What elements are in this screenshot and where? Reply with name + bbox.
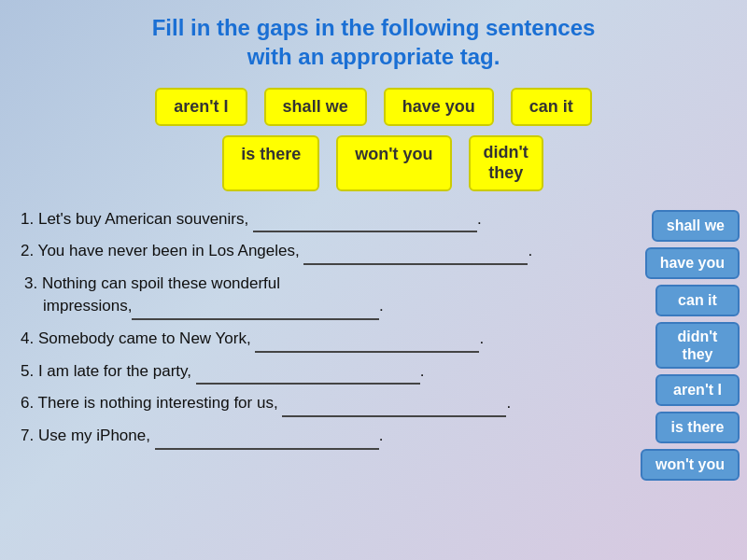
sentence-1-num: 1. — [21, 210, 34, 228]
sentence-4-blank — [255, 328, 479, 353]
sentence-7-text: Use my iPhone, — [38, 427, 150, 444]
answer-didnt-they: didn'tthey — [655, 322, 740, 369]
sentence-1-blank — [253, 208, 477, 233]
tags-row-2: is there won't you didn'tthey — [0, 135, 747, 190]
answer-can-it: can it — [655, 285, 740, 316]
answer-have-you: have you — [645, 247, 740, 279]
sentence-2: 2. You have never been in Los Angeles, . — [21, 240, 588, 265]
sentence-4: 4. Somebody came to New York, . — [21, 328, 588, 353]
sentence-2-blank — [303, 240, 528, 265]
sentence-6-blank — [282, 392, 506, 417]
tag-can-it: can it — [511, 88, 592, 126]
sentence-2-text: You have never been in Los Angeles, — [38, 242, 300, 259]
answer-wont-you: won't you — [641, 449, 740, 481]
sentence-7-blank — [155, 425, 379, 450]
tag-shall-we: shall we — [264, 88, 367, 126]
title: Fill in the gaps in the following senten… — [0, 0, 747, 78]
sentence-3-blank — [132, 295, 379, 320]
sentence-7-num: 7. — [21, 427, 34, 444]
tag-arent-i: aren't I — [155, 88, 247, 126]
sentences-area: 1. Let's buy American souvenirs, . 2. Yo… — [0, 208, 747, 450]
answer-arent-i: aren't I — [655, 374, 740, 406]
answer-shall-we: shall we — [652, 210, 740, 242]
sentence-5-text: I am late for the party, — [38, 362, 191, 380]
sentence-6-num: 6. — [21, 394, 34, 412]
sentence-1-text: Let's buy American souvenirs, — [38, 210, 248, 228]
answers-column: shall we have you can it didn'tthey aren… — [641, 210, 740, 481]
tag-is-there: is there — [222, 135, 319, 190]
tag-have-you: have you — [384, 88, 494, 126]
sentence-4-text: Somebody came to New York, — [38, 329, 251, 347]
sentence-1: 1. Let's buy American souvenirs, . — [21, 208, 588, 233]
sentence-3-indent: impressions, . — [24, 297, 384, 315]
sentence-3: 3. Nothing can spoil these wonderful imp… — [21, 273, 588, 320]
sentence-5: 5. I am late for the party, . — [21, 360, 588, 385]
sentence-4-num: 4. — [21, 329, 34, 347]
sentence-5-num: 5. — [21, 362, 34, 380]
sentence-6-text: There is nothing interesting for us, — [38, 394, 278, 412]
sentence-6: 6. There is nothing interesting for us, … — [21, 392, 588, 417]
sentence-7: 7. Use my iPhone, . — [21, 425, 588, 450]
tag-didnt-they: didn'tthey — [469, 135, 543, 190]
sentence-2-num: 2. — [21, 242, 34, 259]
title-line1: Fill in the gaps in the following senten… — [19, 13, 728, 42]
tags-row-1: aren't I shall we have you can it — [0, 88, 747, 126]
title-line2: with an appropriate tag. — [19, 42, 728, 71]
sentence-3-num: 3. — [24, 274, 37, 292]
sentence-5-blank — [196, 360, 420, 385]
answer-is-there: is there — [655, 412, 740, 443]
tag-wont-you: won't you — [336, 135, 451, 190]
